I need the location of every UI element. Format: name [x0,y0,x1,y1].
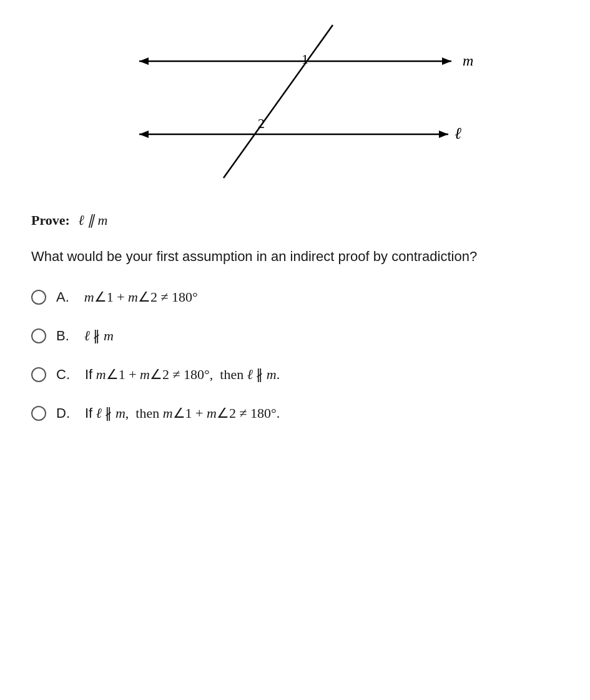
label-angle-2: 2 [258,116,265,131]
option-d-label: D. [56,405,70,421]
arrow-m-right [442,57,451,65]
arrow-l-left [139,131,149,138]
option-c-label: C. [56,367,70,383]
option-c-math: If m∠1 + m∠2 ≠ 180°, then ℓ ∦ m. [85,367,280,383]
option-a-label: A. [56,289,69,305]
option-b-label: B. [56,328,69,344]
radio-a[interactable] [31,290,46,305]
option-d-math: If ℓ ∦ m, then m∠1 + m∠2 ≠ 180°. [85,405,280,421]
label-l: ℓ [455,124,461,142]
label-m: m [463,52,473,69]
arrow-l-right [439,131,448,138]
diagram-container: m ℓ 1 2 [31,19,559,194]
label-angle-1: 1 [302,51,308,67]
transversal-line [224,25,333,178]
option-a[interactable]: A. m∠1 + m∠2 ≠ 180° [31,289,559,305]
arrow-m-left [139,57,149,65]
geometry-diagram: m ℓ 1 2 [102,19,489,194]
radio-c[interactable] [31,367,46,382]
radio-b[interactable] [31,328,46,343]
options-list: A. m∠1 + m∠2 ≠ 180° B. ℓ ∦ m C. If m∠1 +… [31,289,559,421]
question-text: What would be your first assumption in a… [31,246,559,267]
option-a-math: m∠1 + m∠2 ≠ 180° [84,289,198,305]
option-b-math: ℓ ∦ m [84,328,114,344]
prove-label: Prove: [31,212,70,228]
option-c[interactable]: C. If m∠1 + m∠2 ≠ 180°, then ℓ ∦ m. [31,367,559,383]
option-b[interactable]: B. ℓ ∦ m [31,328,559,344]
prove-statement: Prove: ℓ ∥ m [31,212,559,229]
prove-math: ℓ ∥ m [78,212,107,228]
radio-d[interactable] [31,406,46,421]
option-d[interactable]: D. If ℓ ∦ m, then m∠1 + m∠2 ≠ 180°. [31,405,559,421]
